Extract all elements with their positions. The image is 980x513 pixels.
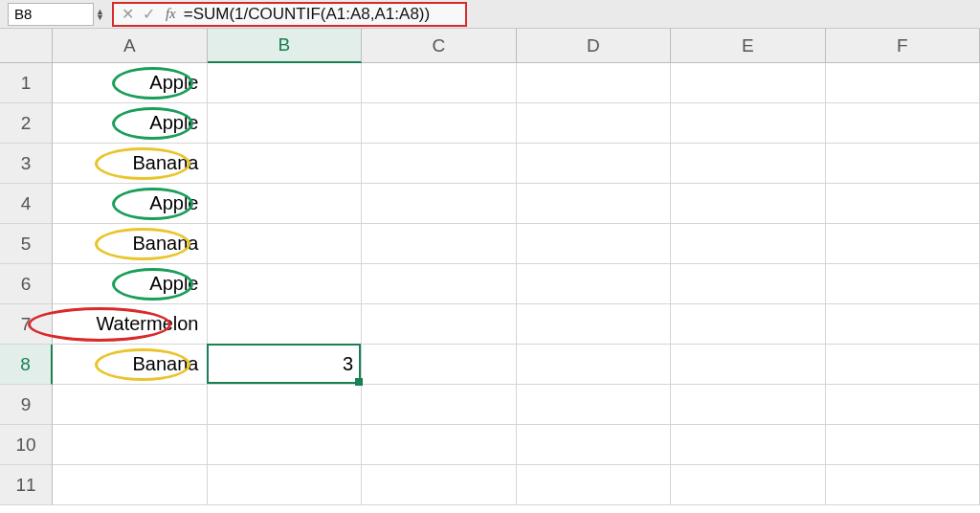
name-box[interactable]: B8 <box>8 3 94 26</box>
cell-F5[interactable] <box>826 224 981 264</box>
cell-E4[interactable] <box>671 184 826 224</box>
formula-bar-highlight: ✕ ✓ fx <box>112 2 467 27</box>
cell-A6[interactable]: Apple <box>53 264 208 304</box>
cell-D9[interactable] <box>517 385 672 425</box>
column-header-B[interactable]: B <box>208 29 363 63</box>
formula-bar: B8 ▲ ▼ ✕ ✓ fx <box>0 0 980 29</box>
cell-D8[interactable] <box>517 345 672 385</box>
cell-F4[interactable] <box>826 184 981 224</box>
cell-E1[interactable] <box>671 63 826 103</box>
cell-F10[interactable] <box>826 425 981 465</box>
cell-C8[interactable] <box>362 345 517 385</box>
name-box-spinner[interactable]: ▲ ▼ <box>96 9 104 20</box>
cell-E8[interactable] <box>671 345 826 385</box>
cell-B1[interactable] <box>208 63 363 103</box>
cell-C5[interactable] <box>362 224 517 264</box>
cell-F6[interactable] <box>826 264 981 304</box>
formula-input[interactable] <box>182 4 459 25</box>
cell-D1[interactable] <box>517 63 672 103</box>
name-box-value: B8 <box>14 6 87 22</box>
column-header-C[interactable]: C <box>362 29 517 63</box>
cell-E7[interactable] <box>671 304 826 345</box>
row-header-5[interactable]: 5 <box>0 224 53 264</box>
cell-F2[interactable] <box>826 103 981 144</box>
row-header-1[interactable]: 1 <box>0 63 53 103</box>
cell-A4[interactable]: Apple <box>53 184 208 224</box>
cell-A8[interactable]: Banana <box>53 345 208 385</box>
cell-D4[interactable] <box>517 184 672 224</box>
cell-D5[interactable] <box>517 224 672 264</box>
column-header-D[interactable]: D <box>517 29 672 63</box>
fx-icon[interactable]: fx <box>166 6 176 22</box>
cell-D6[interactable] <box>517 264 672 304</box>
cell-B9[interactable] <box>208 385 363 425</box>
row-header-6[interactable]: 6 <box>0 264 53 304</box>
cell-C2[interactable] <box>362 103 517 144</box>
cell-F11[interactable] <box>826 465 981 505</box>
cell-E2[interactable] <box>671 103 826 144</box>
cell-A5[interactable]: Banana <box>53 224 208 264</box>
cell-D3[interactable] <box>517 144 672 184</box>
cell-B11[interactable] <box>208 465 363 505</box>
cell-B4[interactable] <box>208 184 363 224</box>
column-header-F[interactable]: F <box>826 29 981 63</box>
cell-F3[interactable] <box>826 144 981 184</box>
row-header-11[interactable]: 11 <box>0 465 53 505</box>
cell-C4[interactable] <box>362 184 517 224</box>
cell-B7[interactable] <box>208 304 363 345</box>
column-header-E[interactable]: E <box>671 29 826 63</box>
row-header-10[interactable]: 10 <box>0 425 53 465</box>
cell-B3[interactable] <box>208 144 363 184</box>
cell-E6[interactable] <box>671 264 826 304</box>
cell-C11[interactable] <box>362 465 517 505</box>
cell-B2[interactable] <box>208 103 363 144</box>
column-header-A[interactable]: A <box>53 29 208 63</box>
cell-B5[interactable] <box>208 224 363 264</box>
cell-D2[interactable] <box>517 103 672 144</box>
cell-D11[interactable] <box>517 465 672 505</box>
select-all-corner[interactable] <box>0 29 53 63</box>
cell-A9[interactable] <box>53 385 208 425</box>
cell-E9[interactable] <box>671 385 826 425</box>
cell-A2[interactable]: Apple <box>53 103 208 144</box>
cell-F1[interactable] <box>826 63 981 103</box>
cell-C6[interactable] <box>362 264 517 304</box>
row-header-2[interactable]: 2 <box>0 103 53 144</box>
row-header-9[interactable]: 9 <box>0 385 53 425</box>
cell-D10[interactable] <box>517 425 672 465</box>
cell-A7[interactable]: Watermelon <box>53 304 208 345</box>
row-header-7[interactable]: 7 <box>0 304 53 345</box>
row-header-3[interactable]: 3 <box>0 144 53 184</box>
cell-C3[interactable] <box>362 144 517 184</box>
cell-B6[interactable] <box>208 264 363 304</box>
cell-F8[interactable] <box>826 345 981 385</box>
cancel-formula-icon[interactable]: ✕ <box>118 5 139 23</box>
cell-F9[interactable] <box>826 385 981 425</box>
cell-E3[interactable] <box>671 144 826 184</box>
cell-B10[interactable] <box>208 425 363 465</box>
cell-A3[interactable]: Banana <box>53 144 208 184</box>
cell-A10[interactable] <box>53 425 208 465</box>
cell-A11[interactable] <box>53 465 208 505</box>
row-header-4[interactable]: 4 <box>0 184 53 224</box>
cell-D7[interactable] <box>517 304 672 345</box>
cell-A1[interactable]: Apple <box>53 63 208 103</box>
cell-F7[interactable] <box>826 304 981 345</box>
cell-C1[interactable] <box>362 63 517 103</box>
cell-C10[interactable] <box>362 425 517 465</box>
enter-formula-icon[interactable]: ✓ <box>139 5 160 23</box>
cell-B8[interactable]: 3 <box>208 345 363 385</box>
cell-C9[interactable] <box>362 385 517 425</box>
row-header-8[interactable]: 8 <box>0 345 53 385</box>
cell-C7[interactable] <box>362 304 517 345</box>
spreadsheet-grid[interactable]: ABCDEF1Apple2Apple3Banana4Apple5Banana6A… <box>0 29 980 505</box>
spinner-down-icon[interactable]: ▼ <box>96 14 104 20</box>
cell-E11[interactable] <box>671 465 826 505</box>
cell-E10[interactable] <box>671 425 826 465</box>
cell-E5[interactable] <box>671 224 826 264</box>
